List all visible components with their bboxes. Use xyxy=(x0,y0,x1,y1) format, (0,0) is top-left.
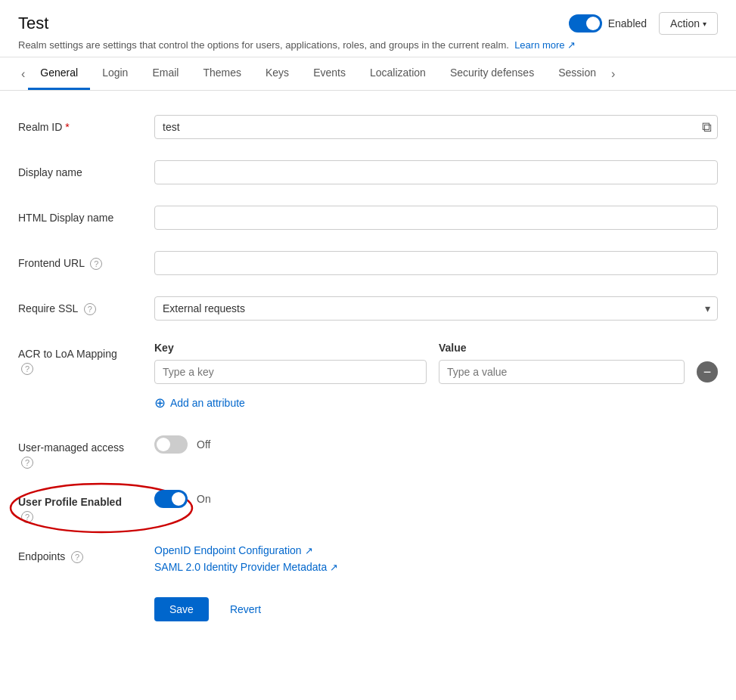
add-attribute-button[interactable]: ⊕ Add an attribute xyxy=(154,392,245,414)
user-profile-enabled-label: User Profile Enabled ? xyxy=(18,490,154,523)
red-circle-annotation xyxy=(3,479,215,540)
mapping-headers: Key Value xyxy=(154,342,718,354)
external-link-icon: ↗ xyxy=(305,545,313,556)
form-actions: Save Revert xyxy=(18,597,718,621)
user-managed-access-help-icon[interactable]: ? xyxy=(21,457,33,469)
enabled-toggle-group: Enabled xyxy=(569,14,647,33)
plus-icon: ⊕ xyxy=(154,395,166,411)
tab-session[interactable]: Session xyxy=(546,57,608,90)
enabled-toggle[interactable] xyxy=(569,14,602,33)
value-header: Value xyxy=(439,342,718,354)
mapping-row: − xyxy=(154,360,718,384)
realm-id-row: Realm ID* ⧉ xyxy=(18,115,718,139)
tab-security-defenses[interactable]: Security defenses xyxy=(438,57,546,90)
key-input[interactable] xyxy=(154,360,427,384)
html-display-name-row: HTML Display name xyxy=(18,206,718,230)
key-header: Key xyxy=(154,342,427,354)
frontend-url-row: Frontend URL ? xyxy=(18,251,718,275)
endpoints-row: Endpoints ? OpenID Endpoint Configuratio… xyxy=(18,544,718,573)
html-display-name-input[interactable] xyxy=(154,206,718,230)
openid-endpoint-link[interactable]: OpenID Endpoint Configuration ↗ xyxy=(154,544,718,556)
acr-loa-row: ACR to LoA Mapping ? Key Value − ⊕ Add a… xyxy=(18,342,718,414)
learn-more-link[interactable]: Learn more ↗ xyxy=(514,39,576,51)
require-ssl-select[interactable]: None External requests All requests xyxy=(154,296,718,321)
display-name-input[interactable] xyxy=(154,160,718,184)
endpoints-field: OpenID Endpoint Configuration ↗ SAML 2.0… xyxy=(154,544,718,573)
user-profile-enabled-toggle[interactable] xyxy=(154,490,188,508)
user-managed-access-field: Off xyxy=(154,435,718,454)
user-managed-access-toggle[interactable] xyxy=(154,435,188,454)
display-name-row: Display name xyxy=(18,160,718,184)
value-input[interactable] xyxy=(439,360,685,384)
frontend-url-field xyxy=(154,251,718,275)
main-content: Realm ID* ⧉ Display name HTML Display na… xyxy=(0,91,736,646)
require-ssl-help-icon[interactable]: ? xyxy=(84,303,96,315)
revert-button[interactable]: Revert xyxy=(218,597,273,621)
tab-themes[interactable]: Themes xyxy=(191,57,253,90)
external-link-icon-2: ↗ xyxy=(330,562,338,573)
user-profile-help-icon[interactable]: ? xyxy=(21,511,33,523)
tab-general[interactable]: General xyxy=(28,57,90,90)
save-button[interactable]: Save xyxy=(154,597,209,621)
html-display-name-label: HTML Display name xyxy=(18,206,154,224)
user-profile-enabled-row: User Profile Enabled ? On xyxy=(18,490,718,523)
user-managed-access-row: User-managed access ? Off xyxy=(18,435,718,469)
tab-email[interactable]: Email xyxy=(140,57,191,90)
realm-id-input[interactable] xyxy=(154,115,718,139)
acr-loa-mapping-section: Key Value − ⊕ Add an attribute xyxy=(154,342,718,414)
frontend-url-label: Frontend URL ? xyxy=(18,251,154,270)
acr-loa-label: ACR to LoA Mapping ? xyxy=(18,342,154,375)
copy-icon[interactable]: ⧉ xyxy=(702,119,712,135)
tab-localization[interactable]: Localization xyxy=(358,57,438,90)
chevron-down-icon: ▾ xyxy=(703,20,706,28)
tab-keys[interactable]: Keys xyxy=(253,57,301,90)
tab-scroll-right[interactable]: › xyxy=(608,60,618,88)
action-button[interactable]: Action ▾ xyxy=(659,12,718,35)
user-managed-access-label: User-managed access ? xyxy=(18,435,154,469)
tab-scroll-left[interactable]: ‹ xyxy=(18,60,28,88)
endpoints-help-icon[interactable]: ? xyxy=(71,551,83,563)
header-subtitle: Realm settings are settings that control… xyxy=(18,39,718,51)
saml-endpoint-link[interactable]: SAML 2.0 Identity Provider Metadata ↗ xyxy=(154,561,718,573)
require-ssl-row: Require SSL ? None External requests All… xyxy=(18,296,718,321)
display-name-field xyxy=(154,160,718,184)
tab-events[interactable]: Events xyxy=(301,57,358,90)
require-ssl-label: Require SSL ? xyxy=(18,296,154,315)
frontend-url-input[interactable] xyxy=(154,251,718,275)
endpoints-label: Endpoints ? xyxy=(18,544,154,563)
enabled-label: Enabled xyxy=(608,17,647,29)
require-ssl-field: None External requests All requests ▾ xyxy=(154,296,718,321)
frontend-url-help-icon[interactable]: ? xyxy=(90,258,102,270)
display-name-label: Display name xyxy=(18,160,154,178)
acr-loa-help-icon[interactable]: ? xyxy=(21,363,33,375)
tabs-bar: ‹ General Login Email Themes Keys Events… xyxy=(0,57,736,91)
user-profile-enabled-field: On xyxy=(154,490,718,508)
page-title: Test xyxy=(18,14,557,33)
tab-login[interactable]: Login xyxy=(90,57,140,90)
remove-mapping-button[interactable]: − xyxy=(697,361,718,383)
html-display-name-field xyxy=(154,206,718,230)
user-managed-access-state: Off xyxy=(197,438,210,451)
user-profile-enabled-state: On xyxy=(197,493,211,505)
realm-id-label: Realm ID* xyxy=(18,115,154,133)
realm-id-field: ⧉ xyxy=(154,115,718,139)
